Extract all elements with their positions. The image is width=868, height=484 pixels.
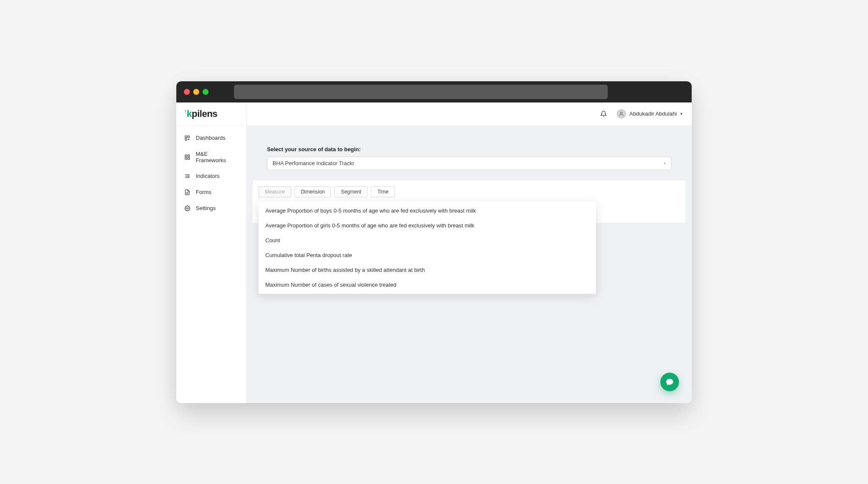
sidebar-item-indicators[interactable]: Indicators xyxy=(176,168,246,184)
content: Select your source of data to begin: BHA… xyxy=(247,126,692,403)
svg-rect-1 xyxy=(188,136,189,137)
sidebar-nav: Dashboards M&E Frameworks Indicators xyxy=(176,126,246,216)
tab-measure[interactable]: Measure xyxy=(259,186,291,197)
svg-rect-2 xyxy=(185,138,187,140)
svg-point-13 xyxy=(186,207,188,209)
sidebar-item-frameworks[interactable]: M&E Frameworks xyxy=(176,146,246,168)
dropdown-option[interactable]: Count xyxy=(259,233,596,248)
svg-rect-0 xyxy=(185,136,187,137)
tab-dimension[interactable]: Dimension xyxy=(295,186,331,197)
avatar-icon xyxy=(617,109,626,119)
sidebar-item-settings[interactable]: Settings xyxy=(176,200,246,216)
tab-time[interactable]: Time xyxy=(371,186,395,197)
window-close-button[interactable] xyxy=(184,89,190,95)
dropdown-option[interactable]: Average Proportion of girls 0-5 months o… xyxy=(259,218,596,233)
app-window: ↑kpilens Dashboards M&E Frameworks xyxy=(176,81,692,403)
notifications-button[interactable] xyxy=(600,110,607,118)
brand-logo[interactable]: ↑kpilens xyxy=(176,102,246,126)
chat-fab[interactable] xyxy=(660,373,679,391)
window-controls xyxy=(184,89,209,95)
dashboard-icon xyxy=(184,135,191,141)
sidebar-item-label: Dashboards xyxy=(196,135,225,141)
sidebar-item-label: Settings xyxy=(196,205,216,211)
sidebar-item-label: Indicators xyxy=(196,173,220,179)
window-titlebar xyxy=(176,81,692,102)
tab-segment[interactable]: Segment xyxy=(334,186,367,197)
sidebar-item-label: Forms xyxy=(196,189,211,195)
sliders-icon xyxy=(184,173,191,180)
svg-point-10 xyxy=(188,175,189,176)
grid-icon xyxy=(184,154,191,160)
measure-dropdown: Average Proportion of boys 0-5 months of… xyxy=(259,202,596,294)
sidebar-item-label: M&E Frameworks xyxy=(196,151,239,163)
dropdown-option[interactable]: Average Proportion of boys 0-5 months of… xyxy=(259,203,596,218)
svg-point-14 xyxy=(620,112,623,114)
sidebar-item-dashboards[interactable]: Dashboards xyxy=(176,130,246,146)
sidebar-item-forms[interactable]: Forms xyxy=(176,184,246,200)
query-panel: Measure Dimension Segment Time Average P… xyxy=(253,180,686,223)
dropdown-option[interactable]: Maximum Number of cases of sexual violen… xyxy=(259,277,596,292)
app-body: ↑kpilens Dashboards M&E Frameworks xyxy=(176,102,692,403)
browser-url-bar[interactable] xyxy=(234,85,608,99)
window-maximize-button[interactable] xyxy=(203,89,209,95)
query-tabs: Measure Dimension Segment Time xyxy=(259,186,680,197)
user-menu[interactable]: Abdukadir Abdulahi ▾ xyxy=(617,109,682,119)
svg-rect-5 xyxy=(185,158,187,159)
data-source-label: Select your source of data to begin: xyxy=(267,146,671,152)
user-name: Abdukadir Abdulahi xyxy=(629,111,677,117)
data-source-section: Select your source of data to begin: BHA… xyxy=(247,126,692,180)
gear-icon xyxy=(184,205,191,212)
window-minimize-button[interactable] xyxy=(193,89,199,95)
chevron-down-icon: ▾ xyxy=(664,161,666,166)
svg-rect-6 xyxy=(188,158,189,159)
main-area: Abdukadir Abdulahi ▾ Select your source … xyxy=(247,102,692,403)
data-source-selected: BHA Perfomance Indicator Trackr xyxy=(273,160,354,166)
document-icon xyxy=(184,189,191,196)
sidebar: ↑kpilens Dashboards M&E Frameworks xyxy=(176,102,247,403)
topbar: Abdukadir Abdulahi ▾ xyxy=(247,102,692,126)
svg-rect-4 xyxy=(188,155,189,156)
dropdown-option[interactable]: Maximum Number of births assisted by a s… xyxy=(259,263,596,277)
dropdown-option[interactable]: Cumulative total Penta dropout rate xyxy=(259,248,596,263)
svg-rect-3 xyxy=(185,155,187,156)
chevron-down-icon: ▾ xyxy=(680,111,682,116)
data-source-select[interactable]: BHA Perfomance Indicator Trackr ▾ xyxy=(267,157,671,170)
